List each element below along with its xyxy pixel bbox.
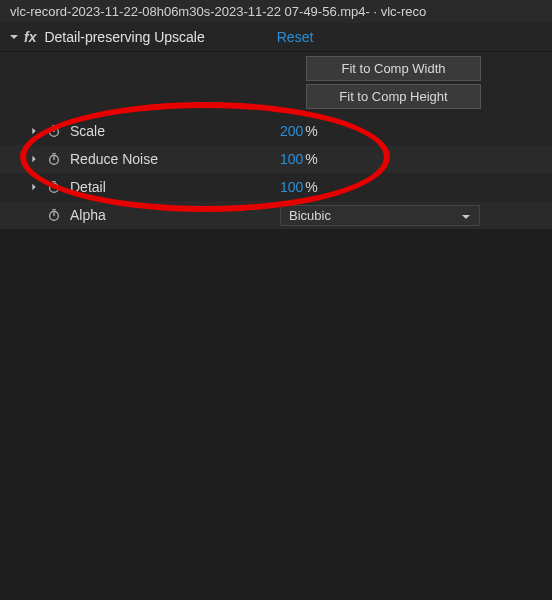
twirl-right-icon[interactable] <box>28 181 40 193</box>
stopwatch-icon[interactable] <box>46 179 62 195</box>
property-label: Alpha <box>70 207 280 223</box>
property-label: Scale <box>70 123 280 139</box>
detail-unit: % <box>305 179 317 195</box>
empty-panel-area <box>0 229 552 600</box>
scale-value[interactable]: 200 <box>280 123 303 139</box>
property-row-detail: Detail 100 % <box>0 173 552 201</box>
property-row-alpha: Alpha Bicubic <box>0 201 552 229</box>
property-label: Reduce Noise <box>70 151 280 167</box>
scale-unit: % <box>305 123 317 139</box>
property-label: Detail <box>70 179 280 195</box>
fit-to-comp-width-button[interactable]: Fit to Comp Width <box>306 56 481 81</box>
fit-to-comp-height-button[interactable]: Fit to Comp Height <box>306 84 481 109</box>
stopwatch-icon[interactable] <box>46 207 62 223</box>
fit-buttons-group: Fit to Comp Width Fit to Comp Height <box>0 52 552 117</box>
effect-name: Detail-preserving Upscale <box>44 29 204 45</box>
fx-badge-icon[interactable]: fx <box>24 29 36 45</box>
chevron-down-icon <box>461 210 471 220</box>
detail-value[interactable]: 100 <box>280 179 303 195</box>
stopwatch-icon[interactable] <box>46 123 62 139</box>
alpha-dropdown[interactable]: Bicubic <box>280 205 480 226</box>
reduce-noise-value[interactable]: 100 <box>280 151 303 167</box>
stopwatch-icon[interactable] <box>46 151 62 167</box>
effect-controls-panel: fx Detail-preserving Upscale Reset Fit t… <box>0 23 552 600</box>
twirl-down-icon[interactable] <box>8 31 20 43</box>
property-row-reduce-noise: Reduce Noise 100 % <box>0 145 552 173</box>
twirl-right-icon[interactable] <box>28 153 40 165</box>
effect-header: fx Detail-preserving Upscale Reset <box>0 23 552 52</box>
property-row-scale: Scale 200 % <box>0 117 552 145</box>
twirl-right-icon[interactable] <box>28 125 40 137</box>
window-title: vlc-record-2023-11-22-08h06m30s-2023-11-… <box>10 4 426 19</box>
reset-link[interactable]: Reset <box>277 29 314 45</box>
reduce-noise-unit: % <box>305 151 317 167</box>
window-title-bar: vlc-record-2023-11-22-08h06m30s-2023-11-… <box>0 0 552 23</box>
alpha-selected-value: Bicubic <box>289 208 331 223</box>
